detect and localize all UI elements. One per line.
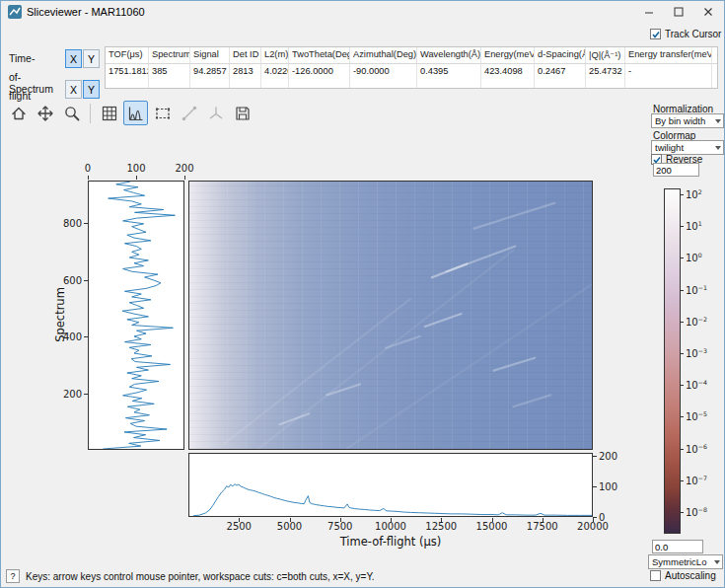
- toolbar-divider: [90, 104, 91, 123]
- zoom-icon: [63, 105, 81, 122]
- lineplots-icon: [127, 105, 145, 122]
- colorbar-min-input[interactable]: [652, 540, 703, 553]
- tof-y-button[interactable]: Y: [83, 49, 100, 68]
- normalization-value: By bin width: [655, 115, 705, 126]
- heatmap-image[interactable]: [188, 181, 593, 450]
- minimize-button[interactable]: [634, 2, 664, 22]
- image-streaks-svg: [189, 182, 592, 449]
- tick-mark: [391, 518, 392, 522]
- colormap-dropdown[interactable]: twilight: [651, 140, 724, 155]
- counts-tick-label: 0: [85, 163, 91, 174]
- table-value-cell: 25.4732: [586, 64, 625, 88]
- lineplots-tool-button[interactable]: [123, 101, 148, 125]
- region-selection-tool-button[interactable]: [150, 101, 175, 125]
- y-tick-label: 800: [63, 218, 82, 229]
- x-tick-label: 5000: [277, 521, 302, 532]
- tick-mark: [681, 257, 684, 258]
- colorbar-max-input[interactable]: [653, 163, 699, 177]
- colormap-value: twilight: [655, 142, 684, 153]
- counts-tick-label: 100: [126, 163, 145, 174]
- counts-tick-label: 0: [599, 512, 605, 523]
- zoom-tool-button[interactable]: [59, 101, 84, 125]
- spectrum-dimension-label: Spectrum: [9, 80, 53, 99]
- help-button[interactable]: ?: [6, 569, 20, 583]
- tick-mark: [239, 518, 240, 522]
- non-axis-cuts-tool-button[interactable]: [203, 101, 228, 125]
- tick-mark: [88, 176, 89, 180]
- tick-mark: [681, 385, 684, 386]
- tick-mark: [593, 518, 594, 522]
- x-tick-label: 2500: [227, 521, 252, 532]
- spectrum-x-button[interactable]: X: [65, 80, 82, 99]
- save-tool-button[interactable]: [230, 101, 254, 125]
- table-header-cell: d-Spacing(Å): [535, 47, 586, 63]
- colorbar-tick-label: 10−6: [686, 442, 707, 454]
- region-selection-icon: [154, 105, 172, 122]
- table-header-cell: TOF(μs): [106, 47, 149, 63]
- colorbar-tick-label: 102: [686, 188, 702, 200]
- table-value-cell: -126.0000: [289, 64, 350, 88]
- scale-type-dropdown[interactable]: SymmetricLo: [648, 554, 723, 569]
- tick-mark: [593, 456, 597, 457]
- colorbar-tick-label: 100: [686, 252, 702, 263]
- table-header-cell: Wavelength(Å): [417, 47, 481, 63]
- close-icon: [700, 4, 716, 20]
- x-tick-label: 10000: [375, 521, 406, 532]
- counts-tick-label: 100: [599, 481, 617, 492]
- colorbar-tick-label: 10−2: [686, 316, 707, 328]
- table-value-cell: 2813: [230, 64, 261, 88]
- colorbar-tick-label: 10−1: [686, 283, 707, 295]
- bottom-profile-svg: [189, 454, 592, 516]
- home-tool-button[interactable]: [6, 101, 31, 125]
- table-header-cell: Signal: [190, 47, 230, 63]
- tick-mark: [681, 449, 684, 450]
- window-title: Sliceviewer - MAR11060: [27, 6, 145, 18]
- minimize-icon: [641, 4, 657, 20]
- table-value-cell: 1751.1812: [106, 64, 149, 88]
- pan-tool-button[interactable]: [33, 101, 57, 125]
- colorbar: [664, 188, 681, 534]
- tick-mark: [681, 512, 684, 513]
- autoscaling-checkbox[interactable]: Autoscaling: [650, 570, 716, 581]
- left-profile-plot[interactable]: [88, 181, 184, 450]
- pan-icon: [36, 105, 54, 122]
- statusbar: ? Keys: arrow keys control mouse pointer…: [1, 565, 642, 587]
- tof-x-button[interactable]: X: [65, 49, 82, 68]
- scale-type-value: SymmetricLo: [652, 556, 706, 567]
- non-axis-cuts-icon: [207, 105, 225, 122]
- table-header-cell: Spectrum: [149, 47, 190, 63]
- normalization-dropdown[interactable]: By bin width: [651, 113, 724, 128]
- chevron-down-icon: [715, 146, 721, 150]
- table-value-cell: 423.4098: [481, 64, 535, 88]
- home-icon: [10, 105, 28, 122]
- tick-mark: [681, 226, 684, 227]
- titlebar[interactable]: Sliceviewer - MAR11060: [1, 1, 724, 23]
- tick-mark: [593, 517, 597, 518]
- plot-toolbar: [6, 101, 254, 125]
- tick-mark: [441, 518, 442, 522]
- table-header-cell: TwoTheta(Deg): [289, 47, 350, 63]
- tick-mark: [136, 176, 137, 180]
- spectrum-y-button[interactable]: Y: [83, 80, 100, 99]
- table-value-cell: -: [625, 64, 712, 88]
- tick-mark: [681, 480, 684, 481]
- table-value-cell: 94.2857: [190, 64, 230, 88]
- colorbar-tick-label: 10−7: [686, 475, 707, 486]
- bottom-profile-plot[interactable]: [188, 453, 593, 517]
- close-button[interactable]: [693, 2, 723, 22]
- counts-tick-label: 200: [599, 451, 617, 462]
- grid-tool-button[interactable]: [97, 101, 121, 125]
- line-cuts-icon: [181, 105, 198, 122]
- maximize-button[interactable]: [664, 2, 693, 22]
- track-cursor-checkbox[interactable]: Track Cursor: [650, 29, 721, 39]
- tick-mark: [593, 486, 597, 487]
- track-cursor-label: Track Cursor: [665, 29, 721, 39]
- table-header-cell: Energy transfer(meV): [625, 47, 712, 63]
- table-header-cell: Det ID: [230, 47, 261, 63]
- tick-mark: [492, 518, 493, 522]
- tick-mark: [681, 416, 684, 417]
- line-cuts-tool-button[interactable]: [177, 101, 201, 125]
- tick-mark: [681, 290, 684, 291]
- table-value-cell: -90.0000: [350, 64, 417, 88]
- statusbar-message: Keys: arrow keys control mouse pointer, …: [26, 571, 375, 582]
